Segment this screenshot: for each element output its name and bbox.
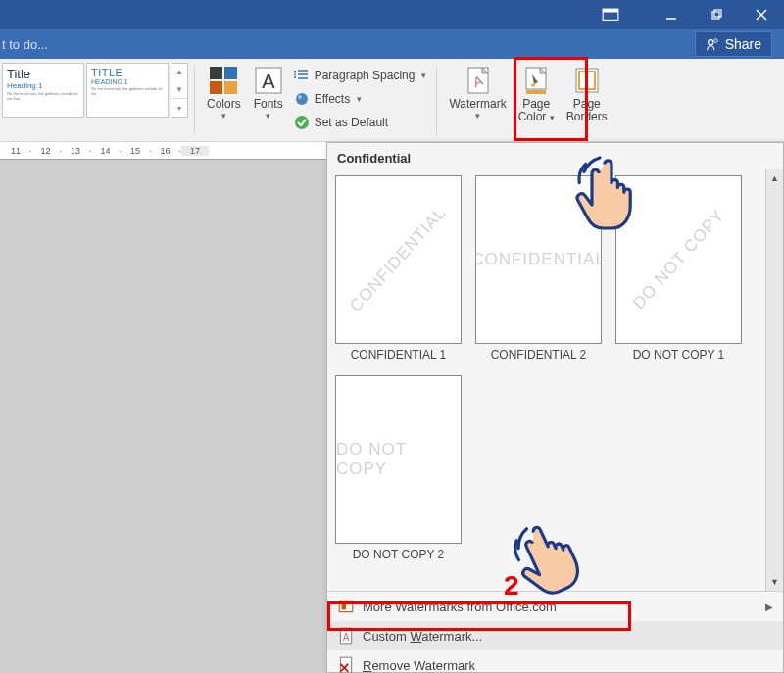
svg-text:A: A: [343, 632, 350, 643]
page-color-button[interactable]: Page Color ▾: [513, 63, 561, 131]
close-button[interactable]: [739, 0, 784, 29]
svg-point-24: [531, 84, 535, 87]
style-set-2[interactable]: TITLE HEADING 1 On the Insert tab, the g…: [86, 63, 169, 118]
style-sub: Heading 1: [7, 81, 79, 90]
ruler-tick: 14: [92, 146, 120, 156]
svg-rect-4: [714, 10, 721, 17]
effects-icon: [294, 91, 310, 107]
watermark-icon: A: [463, 65, 494, 96]
submenu-arrow-icon: ▶: [765, 601, 773, 612]
share-label: Share: [725, 36, 761, 52]
watermark-label: Watermark: [449, 97, 506, 111]
separator: [194, 67, 195, 135]
style-title: Title: [7, 67, 79, 81]
watermark-text: CONFIDENTIAL: [346, 204, 450, 316]
svg-rect-3: [712, 12, 719, 19]
ruler-tick: 13: [62, 146, 89, 156]
window-titlebar: [0, 0, 784, 29]
ruler-tick: 17: [181, 146, 209, 156]
svg-point-8: [713, 39, 717, 43]
chevron-down-icon: ▾: [221, 111, 226, 120]
page-color-icon: [520, 65, 552, 96]
colors-label: Colors: [207, 97, 241, 111]
ruler-tick: 16: [152, 146, 179, 156]
paragraph-spacing-label: Paragraph Spacing: [315, 69, 416, 82]
remove-icon: [337, 656, 355, 673]
effects-label: Effects: [315, 92, 350, 106]
page-borders-label: Page Borders: [566, 97, 608, 123]
minimize-button[interactable]: [649, 0, 694, 29]
style-gallery-up[interactable]: ▲: [172, 64, 187, 81]
svg-point-7: [708, 40, 712, 45]
colors-button[interactable]: Colors ▾: [201, 63, 247, 131]
fonts-icon: A: [253, 65, 284, 96]
ruler-tick: 15: [122, 146, 149, 156]
style-sub: HEADING 1: [91, 78, 164, 85]
svg-rect-1: [603, 9, 618, 12]
chevron-down-icon: ▾: [475, 111, 480, 120]
thumb-caption: CONFIDENTIAL 2: [475, 348, 602, 361]
svg-rect-11: [210, 81, 222, 94]
page-borders-icon: [571, 65, 603, 96]
office-icon: [337, 598, 355, 615]
chevron-down-icon: ▾: [357, 94, 362, 104]
chevron-down-icon: ▾: [266, 111, 270, 120]
share-icon: [706, 37, 719, 51]
svg-text:A: A: [262, 71, 275, 92]
fonts-button[interactable]: A Fonts ▾: [247, 63, 290, 131]
ribbon: Title Heading 1 On the Insert tab, the g…: [0, 59, 784, 142]
set-default-label: Set as Default: [315, 116, 388, 129]
watermark-button[interactable]: A Watermark ▾: [443, 63, 512, 131]
style-set-1[interactable]: Title Heading 1 On the Insert tab, the g…: [2, 63, 84, 118]
separator: [436, 67, 437, 135]
svg-rect-25: [526, 90, 546, 94]
svg-rect-10: [224, 67, 237, 79]
style-gallery-down[interactable]: ▼: [172, 81, 187, 99]
dropdown-section-title: Confidential: [327, 143, 783, 169]
custom-watermark-label: Custom Watermark...: [363, 629, 482, 644]
chevron-down-icon: ▾: [550, 113, 555, 122]
svg-point-20: [295, 116, 309, 129]
svg-point-19: [298, 95, 302, 99]
style-preview-text: On the Insert tab, the galleries include…: [7, 92, 79, 102]
ruler-tick: 11: [2, 146, 29, 156]
watermark-thumb-donotcopy-2[interactable]: DO NOT COPY DO NOT COPY 2: [335, 375, 462, 561]
svg-rect-29: [342, 603, 347, 610]
dropdown-scrollbar[interactable]: ▲ ▼: [765, 169, 783, 591]
svg-rect-12: [224, 81, 237, 94]
watermark-text: DO NOT COPY: [336, 440, 461, 479]
style-preview-text: On the Insert tab, the galleries include…: [91, 87, 164, 97]
tell-me-input[interactable]: t to do...: [2, 37, 48, 52]
svg-point-18: [296, 93, 308, 105]
remove-watermark-item[interactable]: Remove Watermark: [327, 650, 783, 673]
tell-me-bar: t to do... Share: [0, 29, 784, 59]
chevron-down-icon: ▾: [421, 71, 426, 80]
fonts-label: Fonts: [254, 97, 283, 111]
page-color-label: Page Color: [518, 97, 551, 123]
restore-button[interactable]: [694, 0, 739, 29]
paragraph-spacing-icon: [294, 68, 310, 83]
ruler-tick: 12: [32, 146, 60, 156]
style-gallery-more[interactable]: ▾: [172, 98, 187, 117]
thumb-caption: CONFIDENTIAL 1: [335, 348, 462, 361]
style-title: TITLE: [91, 67, 164, 78]
colors-icon: [208, 65, 239, 96]
svg-rect-9: [210, 67, 222, 79]
remove-watermark-label: Remove Watermark: [363, 658, 475, 673]
check-icon: [294, 115, 310, 130]
thumb-caption: DO NOT COPY 1: [615, 348, 742, 361]
effects-button[interactable]: Effects ▾: [294, 88, 427, 110]
hand-pointer-icon: [568, 149, 647, 237]
set-default-button[interactable]: Set as Default: [294, 112, 427, 133]
share-button[interactable]: Share: [695, 31, 772, 57]
custom-watermark-item[interactable]: A Custom Watermark...: [327, 621, 783, 650]
watermark-thumb-confidential-1[interactable]: CONFIDENTIAL CONFIDENTIAL 1: [335, 175, 462, 361]
scroll-up-icon[interactable]: ▲: [766, 169, 783, 187]
ribbon-display-options-icon[interactable]: [602, 8, 619, 22]
watermark-text: CONFIDENTIAL: [475, 250, 602, 269]
scroll-down-icon[interactable]: ▼: [766, 573, 783, 591]
page-borders-button[interactable]: Page Borders: [561, 63, 613, 131]
page-icon: A: [337, 627, 355, 645]
paragraph-spacing-button[interactable]: Paragraph Spacing ▾: [294, 65, 427, 86]
thumb-caption: DO NOT COPY 2: [335, 548, 462, 561]
